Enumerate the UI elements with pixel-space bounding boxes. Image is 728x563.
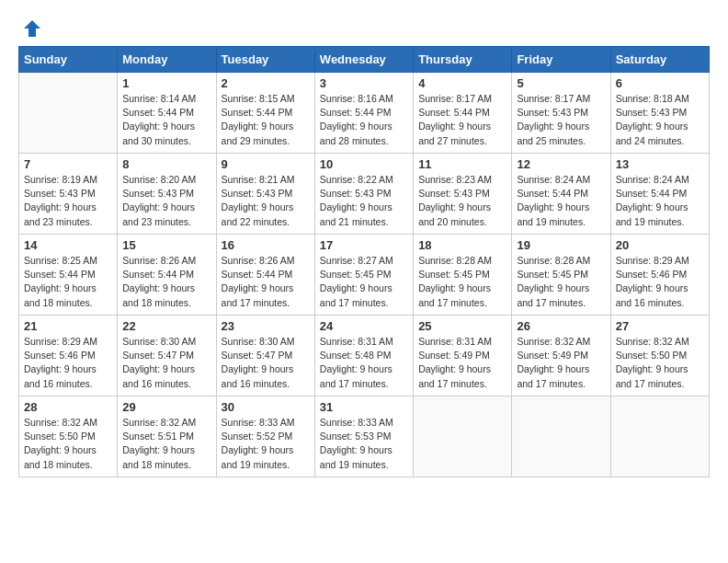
day-number: 21 [24,319,112,333]
day-number: 31 [320,400,408,414]
calendar-cell: 24Sunrise: 8:31 AMSunset: 5:48 PMDayligh… [314,316,413,396]
day-number: 24 [320,319,408,333]
day-info: Sunrise: 8:29 AMSunset: 5:46 PMDaylight:… [616,254,704,310]
day-number: 27 [616,319,704,333]
day-number: 18 [418,238,506,252]
day-info: Sunrise: 8:31 AMSunset: 5:48 PMDaylight:… [320,335,408,391]
calendar-cell: 7Sunrise: 8:19 AMSunset: 5:43 PMDaylight… [19,154,118,235]
calendar-cell: 15Sunrise: 8:26 AMSunset: 5:44 PMDayligh… [118,235,216,316]
calendar-cell: 13Sunrise: 8:24 AMSunset: 5:44 PMDayligh… [610,154,709,235]
calendar-cell: 29Sunrise: 8:32 AMSunset: 5:51 PMDayligh… [118,396,216,477]
calendar-table: SundayMondayTuesdayWednesdayThursdayFrid… [18,46,710,477]
day-info: Sunrise: 8:24 AMSunset: 5:44 PMDaylight:… [616,173,704,229]
calendar-cell: 31Sunrise: 8:33 AMSunset: 5:53 PMDayligh… [314,396,413,477]
calendar-cell: 26Sunrise: 8:32 AMSunset: 5:49 PMDayligh… [512,316,610,396]
calendar-cell: 4Sunrise: 8:17 AMSunset: 5:44 PMDaylight… [414,73,512,154]
day-of-week-header: Saturday [610,47,709,73]
calendar-cell: 14Sunrise: 8:25 AMSunset: 5:44 PMDayligh… [19,235,118,316]
calendar-header-row: SundayMondayTuesdayWednesdayThursdayFrid… [19,47,710,73]
day-number: 23 [222,319,310,333]
calendar-cell: 3Sunrise: 8:16 AMSunset: 5:44 PMDaylight… [314,73,413,154]
day-info: Sunrise: 8:32 AMSunset: 5:50 PMDaylight:… [24,416,112,472]
day-info: Sunrise: 8:28 AMSunset: 5:45 PMDaylight:… [517,254,605,310]
calendar-cell: 28Sunrise: 8:32 AMSunset: 5:50 PMDayligh… [19,396,118,477]
day-info: Sunrise: 8:23 AMSunset: 5:43 PMDaylight:… [418,173,506,229]
day-number: 5 [517,76,605,90]
day-info: Sunrise: 8:14 AMSunset: 5:44 PMDaylight:… [122,92,210,148]
day-number: 10 [320,157,408,171]
day-info: Sunrise: 8:22 AMSunset: 5:43 PMDaylight:… [320,173,408,229]
day-number: 16 [222,238,310,252]
day-info: Sunrise: 8:26 AMSunset: 5:44 PMDaylight:… [222,254,310,310]
day-info: Sunrise: 8:29 AMSunset: 5:46 PMDaylight:… [24,335,112,391]
calendar-cell: 17Sunrise: 8:27 AMSunset: 5:45 PMDayligh… [314,235,413,316]
calendar-cell: 19Sunrise: 8:28 AMSunset: 5:45 PMDayligh… [512,235,610,316]
calendar-cell: 11Sunrise: 8:23 AMSunset: 5:43 PMDayligh… [414,154,512,235]
day-number: 17 [320,238,408,252]
day-number: 11 [418,157,506,171]
page-header [18,18,710,39]
day-number: 9 [222,157,310,171]
day-of-week-header: Wednesday [314,47,413,73]
day-number: 25 [418,319,506,333]
day-info: Sunrise: 8:24 AMSunset: 5:44 PMDaylight:… [517,173,605,229]
calendar-cell: 10Sunrise: 8:22 AMSunset: 5:43 PMDayligh… [314,154,413,235]
calendar-cell: 9Sunrise: 8:21 AMSunset: 5:43 PMDaylight… [216,154,314,235]
calendar-cell: 23Sunrise: 8:30 AMSunset: 5:47 PMDayligh… [216,316,314,396]
day-number: 30 [222,400,310,414]
calendar-cell: 6Sunrise: 8:18 AMSunset: 5:43 PMDaylight… [610,73,709,154]
day-of-week-header: Tuesday [216,47,314,73]
day-info: Sunrise: 8:32 AMSunset: 5:49 PMDaylight:… [517,335,605,391]
day-of-week-header: Friday [512,47,610,73]
day-number: 4 [418,76,506,90]
day-info: Sunrise: 8:20 AMSunset: 5:43 PMDaylight:… [122,173,210,229]
calendar-cell: 21Sunrise: 8:29 AMSunset: 5:46 PMDayligh… [19,316,118,396]
day-of-week-header: Thursday [414,47,512,73]
logo-icon [22,18,42,39]
day-info: Sunrise: 8:17 AMSunset: 5:44 PMDaylight:… [418,92,506,148]
calendar-cell [19,73,118,154]
day-number: 2 [222,76,310,90]
calendar-cell: 1Sunrise: 8:14 AMSunset: 5:44 PMDaylight… [118,73,216,154]
logo [18,18,42,39]
calendar-cell [414,396,512,477]
day-info: Sunrise: 8:19 AMSunset: 5:43 PMDaylight:… [24,173,112,229]
day-info: Sunrise: 8:15 AMSunset: 5:44 PMDaylight:… [222,92,310,148]
day-info: Sunrise: 8:30 AMSunset: 5:47 PMDaylight:… [222,335,310,391]
day-info: Sunrise: 8:32 AMSunset: 5:50 PMDaylight:… [616,335,704,391]
calendar-cell: 27Sunrise: 8:32 AMSunset: 5:50 PMDayligh… [610,316,709,396]
day-number: 22 [122,319,210,333]
day-number: 8 [122,157,210,171]
calendar-cell: 12Sunrise: 8:24 AMSunset: 5:44 PMDayligh… [512,154,610,235]
calendar-cell [512,396,610,477]
day-number: 1 [122,76,210,90]
calendar-week-row: 1Sunrise: 8:14 AMSunset: 5:44 PMDaylight… [19,73,710,154]
day-of-week-header: Monday [118,47,216,73]
day-number: 26 [517,319,605,333]
day-info: Sunrise: 8:27 AMSunset: 5:45 PMDaylight:… [320,254,408,310]
day-info: Sunrise: 8:18 AMSunset: 5:43 PMDaylight:… [616,92,704,148]
day-number: 13 [616,157,704,171]
calendar-cell: 20Sunrise: 8:29 AMSunset: 5:46 PMDayligh… [610,235,709,316]
day-info: Sunrise: 8:31 AMSunset: 5:49 PMDaylight:… [418,335,506,391]
calendar-cell: 16Sunrise: 8:26 AMSunset: 5:44 PMDayligh… [216,235,314,316]
calendar-cell: 22Sunrise: 8:30 AMSunset: 5:47 PMDayligh… [118,316,216,396]
calendar-cell: 18Sunrise: 8:28 AMSunset: 5:45 PMDayligh… [414,235,512,316]
day-number: 14 [24,238,112,252]
day-number: 7 [24,157,112,171]
day-info: Sunrise: 8:26 AMSunset: 5:44 PMDaylight:… [122,254,210,310]
calendar-cell [610,396,709,477]
day-info: Sunrise: 8:16 AMSunset: 5:44 PMDaylight:… [320,92,408,148]
calendar-cell: 30Sunrise: 8:33 AMSunset: 5:52 PMDayligh… [216,396,314,477]
day-number: 3 [320,76,408,90]
day-number: 15 [122,238,210,252]
calendar-cell: 2Sunrise: 8:15 AMSunset: 5:44 PMDaylight… [216,73,314,154]
calendar-week-row: 28Sunrise: 8:32 AMSunset: 5:50 PMDayligh… [19,396,710,477]
day-of-week-header: Sunday [19,47,118,73]
day-number: 12 [517,157,605,171]
svg-marker-0 [24,20,40,37]
day-info: Sunrise: 8:25 AMSunset: 5:44 PMDaylight:… [24,254,112,310]
day-number: 28 [24,400,112,414]
calendar-week-row: 7Sunrise: 8:19 AMSunset: 5:43 PMDaylight… [19,154,710,235]
day-info: Sunrise: 8:33 AMSunset: 5:52 PMDaylight:… [222,416,310,472]
